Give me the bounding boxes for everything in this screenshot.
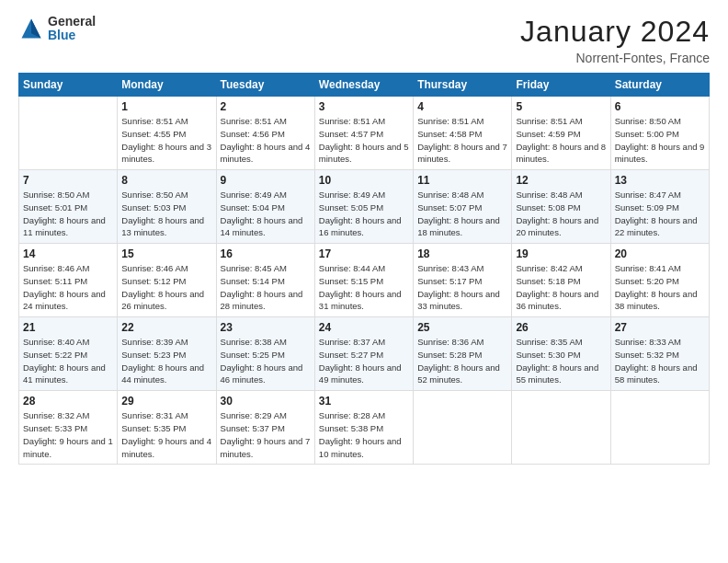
day-cell: 10Sunrise: 8:49 AMSunset: 5:05 PMDayligh… (314, 170, 413, 244)
day-number: 9 (221, 174, 311, 187)
day-number: 24 (319, 321, 409, 334)
day-cell: 18Sunrise: 8:43 AMSunset: 5:17 PMDayligh… (414, 244, 512, 317)
day-cell: 16Sunrise: 8:45 AMSunset: 5:14 PMDayligh… (216, 244, 314, 317)
day-info: Sunrise: 8:51 AMSunset: 4:59 PMDaylight:… (516, 115, 606, 166)
day-info: Sunrise: 8:37 AMSunset: 5:27 PMDaylight:… (319, 336, 409, 386)
day-number: 19 (516, 247, 606, 260)
day-info: Sunrise: 8:49 AMSunset: 5:04 PMDaylight:… (221, 189, 311, 239)
day-header-friday: Friday (512, 74, 610, 97)
day-info: Sunrise: 8:43 AMSunset: 5:17 PMDaylight:… (417, 262, 507, 313)
day-header-saturday: Saturday (610, 74, 709, 97)
day-header-monday: Monday (118, 74, 216, 97)
day-header-sunday: Sunday (19, 74, 118, 97)
day-number: 14 (23, 247, 113, 260)
day-cell: 4Sunrise: 8:51 AMSunset: 4:58 PMDaylight… (414, 97, 512, 170)
day-number: 12 (516, 174, 606, 187)
day-info: Sunrise: 8:35 AMSunset: 5:30 PMDaylight:… (516, 336, 606, 386)
day-info: Sunrise: 8:51 AMSunset: 4:56 PMDaylight:… (221, 115, 311, 166)
day-number: 27 (615, 321, 705, 334)
day-cell: 23Sunrise: 8:38 AMSunset: 5:25 PMDayligh… (216, 317, 314, 391)
day-cell: 12Sunrise: 8:48 AMSunset: 5:08 PMDayligh… (512, 170, 610, 244)
day-cell: 7Sunrise: 8:50 AMSunset: 5:01 PMDaylight… (19, 170, 118, 244)
day-cell: 19Sunrise: 8:42 AMSunset: 5:18 PMDayligh… (512, 244, 610, 317)
day-info: Sunrise: 8:46 AMSunset: 5:11 PMDaylight:… (23, 262, 113, 313)
day-header-tuesday: Tuesday (216, 74, 314, 97)
week-row-2: 14Sunrise: 8:46 AMSunset: 5:11 PMDayligh… (19, 244, 710, 317)
logo-blue-label: Blue (48, 29, 96, 42)
title-block: January 2024 Norrent-Fontes, France (520, 15, 710, 65)
day-number: 13 (615, 174, 705, 187)
day-cell: 24Sunrise: 8:37 AMSunset: 5:27 PMDayligh… (314, 317, 413, 391)
day-number: 16 (221, 247, 311, 260)
day-cell: 28Sunrise: 8:32 AMSunset: 5:33 PMDayligh… (19, 391, 118, 465)
day-number: 1 (121, 100, 211, 113)
day-header-wednesday: Wednesday (314, 74, 413, 97)
day-info: Sunrise: 8:50 AMSunset: 5:03 PMDaylight:… (121, 189, 211, 239)
day-cell: 27Sunrise: 8:33 AMSunset: 5:32 PMDayligh… (610, 317, 709, 391)
day-number: 26 (516, 321, 606, 334)
page: General Blue January 2024 Norrent-Fontes… (0, 0, 728, 474)
day-header-thursday: Thursday (414, 74, 512, 97)
day-cell: 9Sunrise: 8:49 AMSunset: 5:04 PMDaylight… (216, 170, 314, 244)
day-info: Sunrise: 8:50 AMSunset: 5:00 PMDaylight:… (615, 115, 705, 166)
day-cell (19, 97, 118, 170)
day-cell (610, 391, 709, 465)
month-title: January 2024 (520, 15, 710, 49)
day-cell: 26Sunrise: 8:35 AMSunset: 5:30 PMDayligh… (512, 317, 610, 391)
day-cell: 3Sunrise: 8:51 AMSunset: 4:57 PMDaylight… (314, 97, 413, 170)
day-info: Sunrise: 8:29 AMSunset: 5:37 PMDaylight:… (221, 409, 311, 460)
day-number: 7 (23, 174, 113, 187)
day-number: 23 (221, 321, 311, 334)
calendar-table: SundayMondayTuesdayWednesdayThursdayFrid… (18, 73, 710, 465)
day-number: 22 (121, 321, 211, 334)
logo-text: General Blue (48, 15, 96, 43)
week-row-4: 28Sunrise: 8:32 AMSunset: 5:33 PMDayligh… (19, 391, 710, 465)
logo-general-label: General (48, 15, 96, 29)
day-info: Sunrise: 8:44 AMSunset: 5:15 PMDaylight:… (319, 262, 409, 313)
day-info: Sunrise: 8:31 AMSunset: 5:35 PMDaylight:… (121, 409, 211, 460)
day-cell: 20Sunrise: 8:41 AMSunset: 5:20 PMDayligh… (610, 244, 709, 317)
logo: General Blue (18, 15, 96, 43)
day-info: Sunrise: 8:50 AMSunset: 5:01 PMDaylight:… (23, 189, 113, 239)
day-cell (414, 391, 512, 465)
day-cell: 17Sunrise: 8:44 AMSunset: 5:15 PMDayligh… (314, 244, 413, 317)
day-number: 20 (615, 247, 705, 260)
day-number: 11 (417, 174, 507, 187)
day-number: 4 (417, 100, 507, 113)
day-number: 15 (121, 247, 211, 260)
day-info: Sunrise: 8:38 AMSunset: 5:25 PMDaylight:… (221, 336, 311, 386)
day-info: Sunrise: 8:48 AMSunset: 5:07 PMDaylight:… (417, 189, 507, 239)
week-row-3: 21Sunrise: 8:40 AMSunset: 5:22 PMDayligh… (19, 317, 710, 391)
day-info: Sunrise: 8:49 AMSunset: 5:05 PMDaylight:… (319, 189, 409, 239)
day-number: 18 (417, 247, 507, 260)
day-number: 6 (615, 100, 705, 113)
logo-icon (18, 16, 44, 41)
day-cell (512, 391, 610, 465)
day-number: 10 (319, 174, 409, 187)
header: General Blue January 2024 Norrent-Fontes… (18, 15, 710, 65)
day-info: Sunrise: 8:40 AMSunset: 5:22 PMDaylight:… (23, 336, 113, 386)
day-info: Sunrise: 8:51 AMSunset: 4:58 PMDaylight:… (417, 115, 507, 166)
day-info: Sunrise: 8:47 AMSunset: 5:09 PMDaylight:… (615, 189, 705, 239)
day-info: Sunrise: 8:42 AMSunset: 5:18 PMDaylight:… (516, 262, 606, 313)
day-number: 28 (23, 395, 113, 408)
day-info: Sunrise: 8:36 AMSunset: 5:28 PMDaylight:… (417, 336, 507, 386)
day-cell: 2Sunrise: 8:51 AMSunset: 4:56 PMDaylight… (216, 97, 314, 170)
day-cell: 29Sunrise: 8:31 AMSunset: 5:35 PMDayligh… (118, 391, 216, 465)
day-cell: 22Sunrise: 8:39 AMSunset: 5:23 PMDayligh… (118, 317, 216, 391)
day-cell: 5Sunrise: 8:51 AMSunset: 4:59 PMDaylight… (512, 97, 610, 170)
day-cell: 30Sunrise: 8:29 AMSunset: 5:37 PMDayligh… (216, 391, 314, 465)
location-title: Norrent-Fontes, France (520, 51, 710, 65)
day-info: Sunrise: 8:51 AMSunset: 4:57 PMDaylight:… (319, 115, 409, 166)
day-info: Sunrise: 8:46 AMSunset: 5:12 PMDaylight:… (121, 262, 211, 313)
day-cell: 8Sunrise: 8:50 AMSunset: 5:03 PMDaylight… (118, 170, 216, 244)
day-number: 31 (319, 395, 409, 408)
day-number: 30 (221, 395, 311, 408)
day-cell: 25Sunrise: 8:36 AMSunset: 5:28 PMDayligh… (414, 317, 512, 391)
week-row-1: 7Sunrise: 8:50 AMSunset: 5:01 PMDaylight… (19, 170, 710, 244)
day-cell: 21Sunrise: 8:40 AMSunset: 5:22 PMDayligh… (19, 317, 118, 391)
day-info: Sunrise: 8:45 AMSunset: 5:14 PMDaylight:… (221, 262, 311, 313)
day-cell: 13Sunrise: 8:47 AMSunset: 5:09 PMDayligh… (610, 170, 709, 244)
day-info: Sunrise: 8:39 AMSunset: 5:23 PMDaylight:… (121, 336, 211, 386)
day-number: 21 (23, 321, 113, 334)
